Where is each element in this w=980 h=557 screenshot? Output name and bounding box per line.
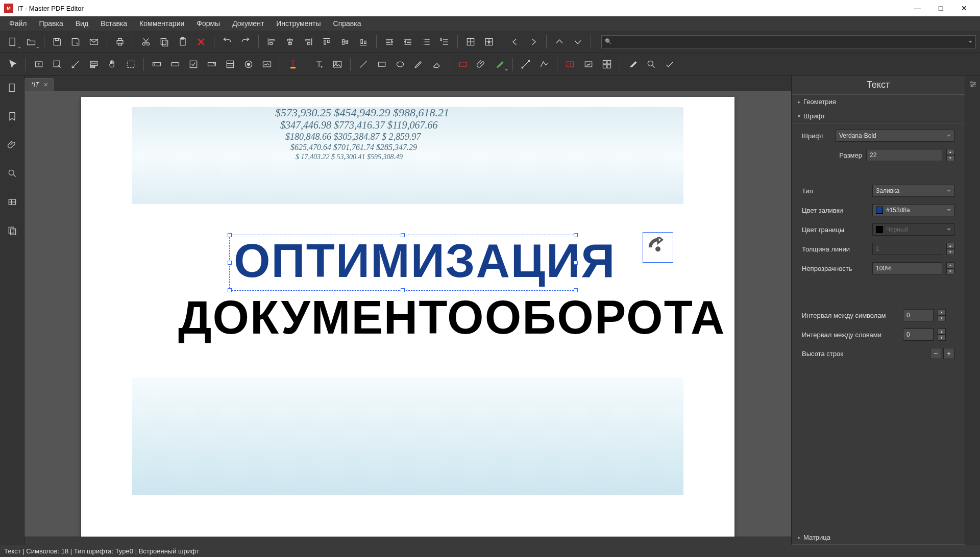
signature-tool[interactable]	[258, 56, 276, 73]
print-button[interactable]	[111, 33, 129, 50]
scroll-down-button[interactable]	[569, 33, 586, 50]
menu-tools[interactable]: Инструменты	[271, 17, 326, 30]
fill-color-select[interactable]: #153d8a	[872, 204, 954, 216]
charspace-spinner[interactable]: ▴▾	[938, 309, 946, 321]
select-text-tool[interactable]	[122, 56, 139, 73]
align-top-button[interactable]	[318, 33, 335, 50]
edit-form-tool[interactable]	[85, 56, 103, 73]
scroll-up-button[interactable]	[551, 33, 568, 50]
radio-tool[interactable]	[240, 56, 257, 73]
menu-edit[interactable]: Правка	[34, 17, 68, 30]
grid-button[interactable]	[462, 33, 479, 50]
measure-poly-tool[interactable]	[535, 56, 553, 73]
horizontal-scrollbar[interactable]	[24, 537, 791, 545]
indent-left-button[interactable]	[381, 33, 398, 50]
numbered-list-button[interactable]: 1	[436, 33, 453, 50]
wordspace-spinner[interactable]: ▴▾	[938, 328, 946, 341]
next-page-button[interactable]	[525, 33, 542, 50]
hand-tool[interactable]	[104, 56, 121, 73]
add-image-tool[interactable]	[329, 56, 346, 73]
rotate-handle[interactable]	[643, 232, 673, 263]
snap-button[interactable]	[480, 33, 498, 50]
redo-button[interactable]	[237, 33, 254, 50]
listbox-tool[interactable]	[222, 56, 239, 73]
section-matrix[interactable]: ▸Матрица	[792, 530, 965, 545]
highlight-area-tool[interactable]	[491, 56, 508, 73]
thumbnails-button[interactable]	[4, 80, 20, 96]
highlight-tool[interactable]	[284, 56, 302, 73]
initials-tool[interactable]	[598, 56, 616, 73]
size-spinner[interactable]: ▴▾	[946, 149, 954, 161]
search-input[interactable]	[615, 38, 965, 45]
tab-close-icon[interactable]: ✕	[43, 82, 47, 88]
search-sidebar-button[interactable]	[4, 165, 20, 182]
eraser-tool[interactable]	[428, 56, 446, 73]
menu-view[interactable]: Вид	[70, 17, 93, 30]
align-center-h-button[interactable]	[281, 33, 299, 50]
rectangle-tool[interactable]	[373, 56, 390, 73]
menu-insert[interactable]: Вставка	[95, 17, 132, 30]
text-field-tool[interactable]	[148, 56, 165, 73]
pencil-tool[interactable]	[410, 56, 427, 73]
edit-object-tool[interactable]	[48, 56, 66, 73]
list-button[interactable]	[418, 33, 435, 50]
checkmark-tool[interactable]	[661, 56, 678, 73]
email-button[interactable]	[85, 33, 103, 50]
layers-button[interactable]	[4, 194, 20, 210]
ellipse-tool[interactable]	[391, 56, 409, 73]
align-left-button[interactable]	[263, 33, 280, 50]
menu-comments[interactable]: Комментарии	[134, 17, 189, 30]
select-tool[interactable]	[4, 56, 21, 73]
text-box-tool[interactable]	[561, 56, 579, 73]
search-box[interactable]: 🔍	[601, 35, 976, 48]
lineheight-minus[interactable]: −	[930, 348, 941, 359]
paste-button[interactable]	[174, 33, 191, 50]
section-geometry[interactable]: ▸Геометрия	[792, 95, 965, 109]
lineheight-plus[interactable]: +	[943, 348, 954, 359]
search-tool[interactable]	[643, 56, 660, 73]
opacity-spinner[interactable]: ▴▾	[946, 262, 954, 274]
selected-text-object[interactable]: ОПТИМИЗАЦИЯ	[229, 235, 576, 291]
minimize-button[interactable]: —	[905, 0, 929, 16]
maximize-button[interactable]: □	[929, 0, 952, 16]
close-button[interactable]: ✕	[952, 0, 976, 16]
attachment-tool[interactable]	[473, 56, 490, 73]
menu-help[interactable]: Справка	[328, 17, 366, 30]
checkbox-tool[interactable]	[185, 56, 202, 73]
save-as-button[interactable]	[67, 33, 84, 50]
settings-icon[interactable]	[968, 80, 977, 90]
charspace-input[interactable]: 0	[903, 309, 934, 321]
new-file-button[interactable]	[4, 33, 21, 50]
menu-document[interactable]: Документ	[227, 17, 269, 30]
type-select[interactable]: Заливка	[872, 185, 954, 197]
undo-button[interactable]	[218, 33, 236, 50]
opacity-input[interactable]: 100%	[872, 262, 942, 274]
prev-page-button[interactable]	[506, 33, 524, 50]
edit-text-tool[interactable]	[30, 56, 47, 73]
size-input[interactable]: 22	[866, 149, 942, 161]
wordspace-input[interactable]: 0	[903, 328, 934, 341]
attachments-button[interactable]	[4, 137, 20, 153]
rect-annotation-tool[interactable]	[454, 56, 472, 73]
line-tool[interactable]	[355, 56, 372, 73]
menu-forms[interactable]: Формы	[191, 17, 225, 30]
section-font[interactable]: ▾Шрифт	[792, 109, 965, 123]
canvas-area[interactable]: $573,930.25 $454,949.29 $988,618.21 $347…	[24, 91, 791, 537]
align-right-button[interactable]	[300, 33, 317, 50]
measure-line-tool[interactable]	[517, 56, 534, 73]
copy-button[interactable]	[156, 33, 173, 50]
font-select[interactable]: Verdana-Bold	[836, 130, 954, 142]
pages-button[interactable]	[4, 222, 20, 239]
text-line2[interactable]: ДОКУМЕНТООБОРОТА	[178, 291, 725, 344]
add-text-tool[interactable]	[310, 56, 328, 73]
pdf-page[interactable]: $573,930.25 $454,949.29 $988,618.21 $347…	[81, 97, 734, 537]
cut-button[interactable]	[137, 33, 155, 50]
file-tab[interactable]: *IT ✕	[24, 78, 54, 91]
edit-vector-tool[interactable]	[67, 56, 84, 73]
stamp-tool[interactable]	[580, 56, 597, 73]
indent-right-button[interactable]	[399, 33, 416, 50]
align-bottom-button[interactable]	[355, 33, 372, 50]
redact-tool[interactable]	[624, 56, 642, 73]
bookmarks-button[interactable]	[4, 108, 20, 124]
save-button[interactable]	[48, 33, 66, 50]
